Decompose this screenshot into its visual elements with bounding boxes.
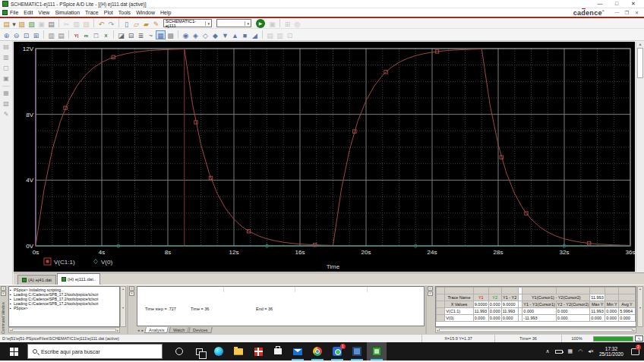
cursor-table-hscrollbar[interactable]: ◂▸	[435, 327, 636, 333]
cursor-toggle-button[interactable]: ◉	[181, 30, 191, 39]
text-page-icon[interactable]: ▢	[2, 64, 11, 73]
panel-close-button[interactable]: ×	[1, 286, 6, 291]
save-button[interactable]: ▣	[36, 19, 46, 28]
taskbar-taskview-button[interactable]	[189, 342, 209, 360]
plot-tab--h-ej111-dat-[interactable]: (H) ej111.dat..	[57, 273, 100, 285]
maximize-button[interactable]: □	[608, 0, 625, 8]
cursor-table[interactable]: Trace NameY1Y2Y1 - Y2Y1(Cursor1) - Y2(Cu…	[435, 286, 636, 327]
circuit-file-icon[interactable]: ▣	[2, 74, 11, 83]
volume-muted-icon[interactable]: ◂×	[588, 348, 594, 354]
panel-close-button[interactable]: ×	[129, 286, 134, 291]
cursor-slope-button[interactable]: ◆	[210, 30, 220, 39]
taskbar-photos-button[interactable]	[347, 342, 367, 360]
wifi-icon[interactable]: ◠	[578, 348, 582, 354]
cursor-table-vscrollbar[interactable]: ▴▾	[637, 286, 643, 327]
mark-label-button[interactable]: ▤	[265, 30, 275, 39]
taskbar-clock[interactable]: 17:32 25/11/2020	[599, 346, 623, 357]
tray-expand-button[interactable]: ∧	[545, 348, 549, 354]
command-window-output[interactable]: ▪PSpice> Initializing scripting...▪Loadi…	[8, 286, 120, 327]
view-output-button[interactable]: ▰	[141, 19, 151, 28]
plot-vertical-scrollbar[interactable]: ▲	[636, 42, 644, 272]
cursor-point-button[interactable]: ■	[240, 30, 250, 39]
mdi-restore-button[interactable]: ❐	[622, 10, 632, 15]
display-evaluate-button[interactable]: ▦	[156, 30, 166, 39]
mark-data-points-button[interactable]: Y|	[71, 30, 81, 39]
cursor-peak-button[interactable]: ◈	[191, 30, 200, 39]
new-window-icon[interactable]: ▦	[2, 89, 11, 98]
annotate-icon[interactable]: ✎	[2, 110, 11, 119]
copy-plot-button[interactable]: ▥	[46, 30, 56, 39]
panel-close-button[interactable]: ×	[428, 286, 433, 291]
zoom-out-button[interactable]: ⊖	[11, 30, 21, 39]
axis-settings-button[interactable]: ⊟	[126, 30, 136, 39]
taskbar-messaging-button[interactable]: 1	[327, 342, 347, 360]
redo-button[interactable]: ↷	[106, 19, 116, 28]
menu-tools[interactable]: Tools	[118, 10, 131, 15]
undo-button[interactable]: ↶	[96, 19, 106, 28]
menu-view[interactable]: View	[38, 10, 49, 15]
mdi-minimize-button[interactable]: —	[612, 10, 622, 15]
edit-profile-button[interactable]: ▱	[131, 19, 141, 28]
new-dropdown[interactable]: ▾	[11, 19, 17, 28]
taskbar-chrome-button[interactable]	[308, 342, 327, 360]
menu-help[interactable]: Help	[160, 10, 171, 15]
taskbar-cortana-button[interactable]	[169, 342, 189, 360]
mdi-close-button[interactable]: ✕	[632, 10, 642, 15]
close-button[interactable]: ✕	[625, 0, 642, 8]
zoom-in-button[interactable]: ⊕	[2, 30, 11, 39]
cursor-min-button[interactable]: ▼	[220, 30, 230, 39]
simulation-profile-combo[interactable]: SCHEMATIC1-ej111▾	[163, 19, 212, 27]
pause-button[interactable]: ▣	[267, 19, 277, 28]
notification-center-button[interactable]: 2	[629, 345, 641, 358]
view-netlist-button[interactable]: ▯	[122, 19, 131, 28]
minimize-button[interactable]: —	[592, 0, 608, 8]
battery-icon[interactable]	[555, 350, 563, 354]
sim-tab-analysis[interactable]: Analysis	[144, 327, 169, 333]
margin-button[interactable]: ▥	[275, 30, 285, 39]
new-simulation-button[interactable]: ▤	[2, 19, 11, 28]
log-axis-button[interactable]: ≣	[136, 30, 146, 39]
panel-pin-button[interactable]: ▪	[129, 291, 134, 296]
window-tile-button[interactable]: ⊞	[283, 19, 292, 28]
copy-button[interactable]: ▥	[71, 19, 81, 28]
taskbar-edge-button[interactable]	[209, 342, 229, 360]
zoom-area-button[interactable]: ⊡	[21, 30, 31, 39]
sim-tab-watch[interactable]: Watch	[169, 327, 189, 333]
start-button[interactable]	[0, 342, 27, 360]
cursor-max-button[interactable]: ▲	[230, 30, 240, 39]
menu-plot[interactable]: Plot	[104, 10, 113, 15]
text-box-button[interactable]: □	[91, 30, 101, 39]
panel-pin-button[interactable]: ▪	[1, 291, 6, 296]
cursor-trough-button[interactable]: ◇	[200, 30, 210, 39]
menu-trace[interactable]: Trace	[85, 10, 99, 15]
fourier-button[interactable]: ~	[146, 30, 156, 39]
menu-window[interactable]: Window	[136, 10, 155, 15]
cursor-search-button[interactable]: ◢	[250, 30, 260, 39]
edit-window-icon[interactable]: ▧	[2, 99, 11, 109]
taskbar-mail-button[interactable]	[288, 342, 308, 360]
menu-file[interactable]: File	[10, 10, 18, 15]
cut-button[interactable]: ✂	[62, 19, 71, 28]
plot-tab--a-ej41-dat[interactable]: (A) ej41.dat	[17, 275, 56, 285]
copy-window-icon[interactable]: ▥	[2, 53, 11, 62]
search-combo[interactable]: ▾	[216, 19, 251, 27]
add-plot-button[interactable]: ◪	[116, 30, 126, 39]
edit-stimulus-button[interactable]: ✎	[151, 19, 161, 28]
open-append-button[interactable]: ▨	[27, 19, 36, 28]
paste-button[interactable]: ▧	[81, 19, 91, 28]
stop-button[interactable]: ◎	[292, 19, 302, 28]
command-window-vscrollbar[interactable]: ▴▾	[120, 286, 126, 327]
window-layout-button[interactable]: ⊡	[285, 30, 295, 39]
print-button[interactable]: ▤	[46, 19, 56, 28]
menu-simulation[interactable]: Simulation	[55, 10, 80, 15]
paste-plot-button[interactable]: ▤	[56, 30, 66, 39]
plot-canvas[interactable]: 0s4s8s12s16s20s24s28s32s36s0V4V8V12VTime…	[14, 42, 635, 272]
taskbar-explorer-button[interactable]	[229, 342, 248, 360]
sim-tab-devices[interactable]: Devices	[188, 327, 212, 333]
panel-pin-button[interactable]: ▪	[428, 291, 433, 296]
measurement-button[interactable]: m	[81, 30, 91, 39]
tray-devices-icon[interactable]: ▦	[568, 348, 573, 354]
performance-button[interactable]: ▩	[166, 30, 175, 39]
run-simulation-button[interactable]: ▶	[256, 19, 265, 28]
open-file-button[interactable]: ▨	[17, 19, 27, 28]
